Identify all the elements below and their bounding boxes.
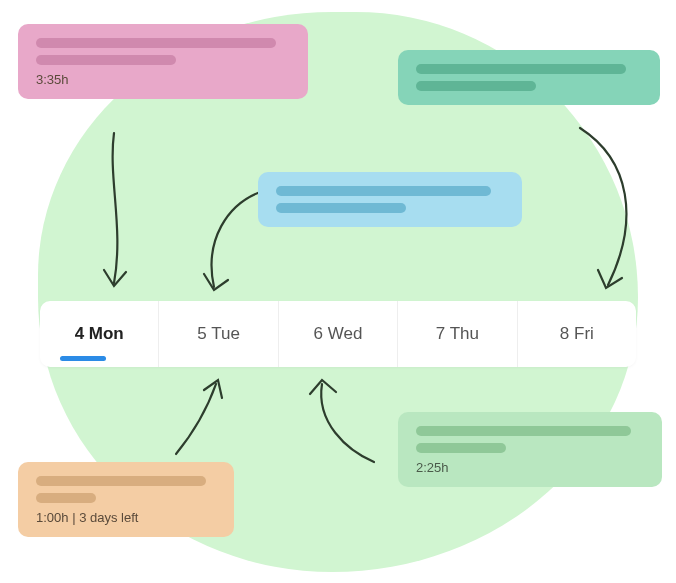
day-label: 5 Tue — [197, 324, 240, 344]
week-strip: 4 Mon 5 Tue 6 Wed 7 Thu 8 Fri — [40, 301, 636, 367]
arrow-orange-to-tue — [164, 372, 234, 462]
card-duration: 3:35h — [36, 72, 290, 87]
task-card-orange[interactable]: 1:00h | 3 days left — [18, 462, 234, 537]
active-day-indicator — [60, 356, 106, 361]
day-cell-thu[interactable]: 7 Thu — [398, 301, 517, 367]
day-cell-mon[interactable]: 4 Mon — [40, 301, 159, 367]
day-label: 7 Thu — [436, 324, 479, 344]
placeholder-line — [416, 426, 631, 436]
placeholder-line — [36, 493, 96, 503]
placeholder-line — [36, 476, 206, 486]
placeholder-line — [276, 203, 406, 213]
task-card-teal[interactable] — [398, 50, 660, 105]
day-label: 8 Fri — [560, 324, 594, 344]
placeholder-line — [416, 64, 626, 74]
placeholder-line — [416, 81, 536, 91]
placeholder-line — [36, 55, 176, 65]
placeholder-line — [36, 38, 276, 48]
day-cell-wed[interactable]: 6 Wed — [279, 301, 398, 367]
day-label: 4 Mon — [75, 324, 124, 344]
task-card-blue[interactable] — [258, 172, 522, 227]
task-card-pink[interactable]: 3:35h — [18, 24, 308, 99]
day-cell-fri[interactable]: 8 Fri — [518, 301, 636, 367]
arrow-green-to-wed — [296, 372, 386, 472]
card-duration: 2:25h — [416, 460, 644, 475]
placeholder-line — [276, 186, 491, 196]
card-duration: 1:00h | 3 days left — [36, 510, 216, 525]
placeholder-line — [416, 443, 506, 453]
task-card-green[interactable]: 2:25h — [398, 412, 662, 487]
arrow-pink-to-mon — [84, 128, 144, 298]
arrow-teal-to-fri — [560, 120, 650, 300]
day-label: 6 Wed — [314, 324, 363, 344]
day-cell-tue[interactable]: 5 Tue — [159, 301, 278, 367]
